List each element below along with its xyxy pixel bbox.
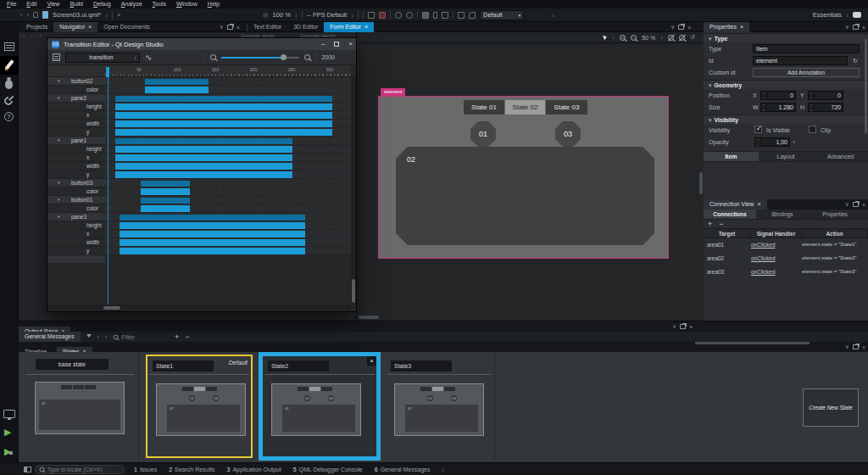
debug-run-button[interactable]: ▶ (4, 447, 11, 456)
edit-style-icon[interactable] (469, 12, 476, 19)
output-pane-button-search-results[interactable]: 2Search Results (169, 467, 214, 472)
properties-tab-item[interactable]: Item (704, 152, 759, 161)
track-group-row[interactable]: ▾pane2 (47, 94, 351, 103)
dock-close-icon[interactable]: × (689, 324, 693, 330)
tab-general-messages[interactable]: General Messages (19, 332, 81, 342)
menu-edit[interactable]: Edit (21, 0, 42, 8)
lock-icon[interactable] (33, 12, 38, 18)
connection-tab-connections[interactable]: Connections (704, 210, 756, 219)
perspective-spinner-icon[interactable]: ↕ (846, 13, 849, 18)
track-property-row[interactable]: width (47, 162, 351, 170)
add-annotation-button[interactable]: Add Annotation (753, 68, 860, 77)
keyframe-bar[interactable] (120, 239, 305, 246)
track-property-row[interactable]: x (47, 230, 351, 238)
selection-tool-icon[interactable] (603, 34, 608, 40)
projects-mode-icon[interactable] (3, 95, 14, 107)
keyframe-bar[interactable] (115, 129, 332, 136)
track-group-row[interactable]: ▾pane3 (47, 213, 351, 221)
states-horizontal-scrollbar[interactable] (695, 342, 810, 344)
fps-spinner-icon[interactable]: ↕ (351, 13, 353, 18)
zoom-level[interactable]: 100 % (273, 11, 291, 19)
dock-collapse-icon[interactable]: ∨ (670, 24, 675, 31)
opacity-spinbox[interactable]: ⌃⌄1,00 (754, 137, 790, 147)
section-geometry[interactable]: ▾Geometry (704, 80, 868, 89)
connection-row[interactable]: area01onClickedelement.state = "State1" (704, 238, 868, 251)
keyframe-bar[interactable] (145, 79, 209, 85)
connection-tab-properties[interactable]: Properties (809, 210, 861, 219)
dock-collapse-icon[interactable]: ∨ (845, 344, 849, 350)
menu-file[interactable]: File (2, 0, 21, 8)
keyframe-bar[interactable] (120, 248, 305, 254)
filter-funnel-icon[interactable] (86, 334, 92, 340)
opacity-dropdown-icon[interactable]: ∨ (793, 137, 796, 147)
grid-tool-icon[interactable] (442, 12, 448, 19)
state-thumbnail[interactable]: 010302 (156, 383, 246, 436)
timeline-zoom-slider[interactable] (221, 57, 299, 59)
track-property-row[interactable]: x (47, 111, 351, 120)
keyframe-bar[interactable] (145, 87, 209, 93)
timeline-zoom-in-icon[interactable] (304, 54, 310, 60)
tab-navigator[interactable]: Navigator× (53, 22, 97, 32)
add-connection-button[interactable]: + (708, 220, 712, 228)
curve-editor-icon[interactable]: ∿ (145, 53, 152, 62)
help-mode-icon[interactable]: ? (4, 112, 14, 121)
keyframe-bar[interactable] (115, 112, 332, 119)
tab-text-editor[interactable]: Text Editor (248, 22, 287, 32)
track-property-row[interactable]: color (47, 187, 351, 196)
output-pane-button-general-messages[interactable]: 6General Messages (375, 467, 431, 472)
dock-float-icon[interactable] (680, 324, 686, 329)
keyframe-bar[interactable] (120, 231, 305, 238)
keyframe-bar[interactable] (115, 138, 292, 144)
x-spinbox[interactable]: ⌃⌄0 (760, 91, 796, 100)
canvas-zoom-spinner-icon[interactable]: ↕ (660, 35, 663, 40)
id-field[interactable]: element (753, 56, 848, 65)
state-thumbnail[interactable]: 010302 (271, 383, 361, 436)
keyframe-bar[interactable] (141, 188, 190, 195)
transition-editor-titlebar[interactable]: DS Transition Editor - Qt Design Studio … (47, 38, 356, 50)
properties-tab-advanced[interactable]: Advanced (813, 152, 868, 161)
id-refresh-icon[interactable]: ↻ (853, 56, 858, 65)
keyframe-bar[interactable] (115, 96, 332, 102)
zoom-in-icon[interactable]: + (620, 35, 626, 41)
feedback-icon[interactable] (853, 12, 861, 18)
close-window-icon[interactable]: × (348, 38, 353, 50)
dock-close-icon[interactable]: × (236, 25, 240, 31)
keyframe-bar[interactable] (120, 215, 305, 221)
output-pane-button-qml-debugger-console[interactable]: 5QML Debugger Console (293, 467, 363, 472)
menu-build[interactable]: Build (64, 0, 88, 8)
close-icon[interactable]: × (364, 22, 368, 32)
track-group-row[interactable]: ▾pane1 (47, 137, 351, 145)
properties-scrollbar[interactable] (865, 39, 867, 134)
transition-selector[interactable]: transition↕ (65, 53, 140, 63)
clip-checkbox[interactable] (809, 126, 816, 133)
welcome-mode-icon[interactable] (4, 42, 14, 51)
badge-03[interactable]: 03 (555, 121, 581, 147)
state-name-field[interactable]: State3 (391, 360, 452, 372)
keyframe-bar[interactable] (120, 222, 305, 229)
fps-selector[interactable]: -- FPS Default (307, 11, 348, 19)
zoom-in-text-icon[interactable]: + (175, 332, 179, 341)
state-name-field[interactable]: State1 (153, 360, 214, 372)
axis-icon[interactable] (368, 12, 375, 19)
element-tag[interactable]: element (381, 88, 405, 96)
track-property-row[interactable]: color (47, 204, 351, 213)
dock-float-icon[interactable] (853, 25, 859, 30)
timeline-zoom-out-icon[interactable] (210, 54, 216, 60)
locator-input[interactable]: Type to locate (Ctrl+K) (35, 465, 125, 474)
output-pane-button-application-output[interactable]: 3Application Output (227, 467, 281, 472)
w-spinbox[interactable]: ⌃⌄1.280 (760, 103, 796, 112)
dock-close-icon[interactable]: × (862, 202, 865, 208)
panes-spinner-icon[interactable]: ↕ (442, 467, 444, 472)
minimize-icon[interactable]: – (321, 38, 325, 50)
menu-help[interactable]: Help (203, 0, 225, 8)
track-property-row[interactable]: width (47, 238, 351, 247)
badge-01[interactable]: 01 (470, 121, 496, 147)
pane-02[interactable]: 02 (396, 147, 654, 245)
style-selector[interactable]: Default▾ (480, 10, 524, 20)
section-visibility[interactable]: ▾Visibility (704, 115, 868, 124)
track-property-row[interactable]: height (47, 103, 351, 111)
track-group-row[interactable]: ▾button03 (47, 179, 351, 187)
keyframe-bar[interactable] (115, 171, 292, 178)
track-property-row[interactable]: y (47, 247, 351, 255)
close-state-icon[interactable]: × (367, 356, 376, 366)
